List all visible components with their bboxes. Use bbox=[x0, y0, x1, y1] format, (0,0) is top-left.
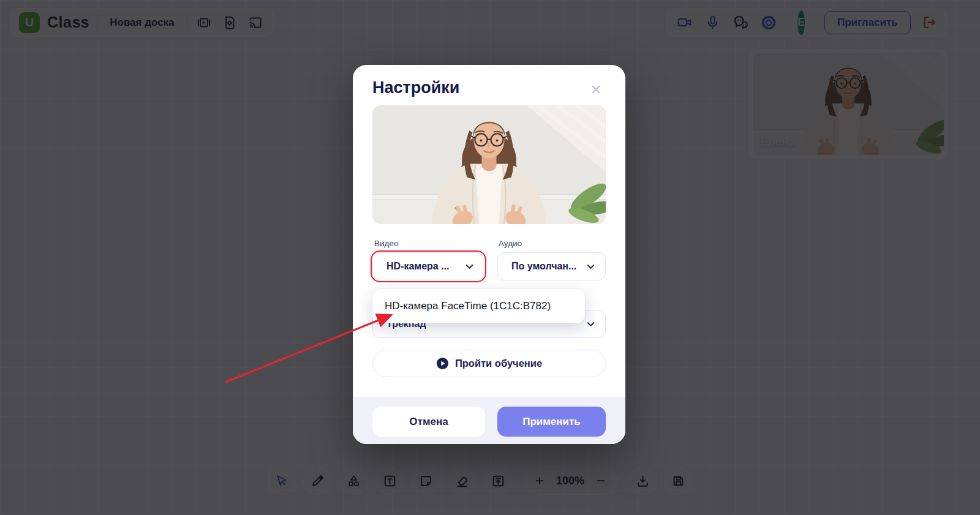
play-icon bbox=[436, 357, 449, 370]
camera-option-label: HD-камера FaceTime (1C1C:B782) bbox=[385, 300, 551, 312]
settings-modal: Настройки × Видео Аудио HD-камера ... По… bbox=[353, 65, 625, 444]
modal-title: Настройки bbox=[372, 78, 459, 97]
video-field-label: Видео bbox=[374, 239, 398, 248]
camera-preview bbox=[372, 105, 606, 224]
audio-field-label: Аудио bbox=[499, 239, 522, 248]
close-icon[interactable]: × bbox=[587, 81, 605, 98]
cancel-button[interactable]: Отмена bbox=[372, 407, 485, 437]
chevron-down-icon bbox=[586, 320, 595, 329]
audio-device-value: По умолчан... bbox=[511, 261, 576, 272]
video-device-value: HD-камера ... bbox=[386, 261, 450, 272]
modal-footer: Отмена Применить bbox=[353, 397, 625, 444]
chevron-down-icon bbox=[465, 262, 474, 271]
audio-device-select[interactable]: По умолчан... bbox=[497, 252, 606, 280]
chevron-down-icon bbox=[586, 262, 595, 271]
camera-dropdown-option[interactable]: HD-камера FaceTime (1C1C:B782) bbox=[372, 289, 585, 323]
apply-button[interactable]: Применить bbox=[497, 407, 606, 437]
tutorial-label: Пройти обучение bbox=[455, 358, 542, 369]
video-device-select[interactable]: HD-камера ... bbox=[372, 252, 484, 280]
tutorial-button[interactable]: Пройти обучение bbox=[372, 350, 606, 377]
